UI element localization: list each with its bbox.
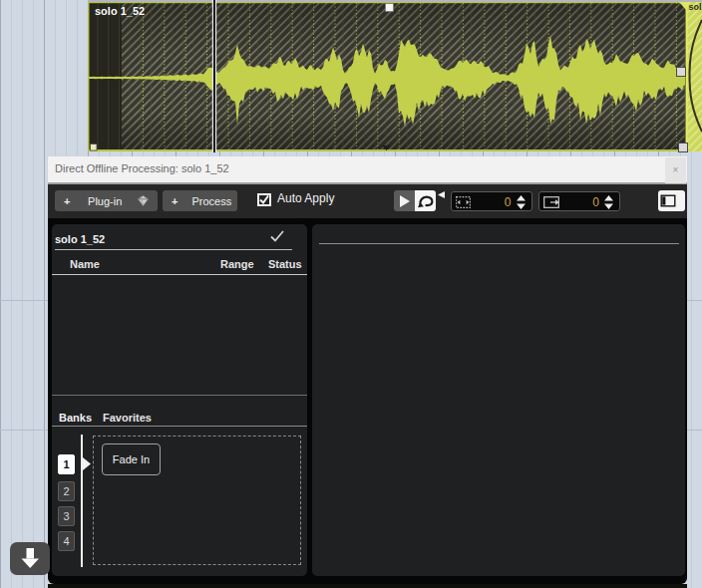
svg-text:solo 1_52: solo 1_52 xyxy=(95,5,145,17)
svg-text:sol: sol xyxy=(689,2,702,12)
